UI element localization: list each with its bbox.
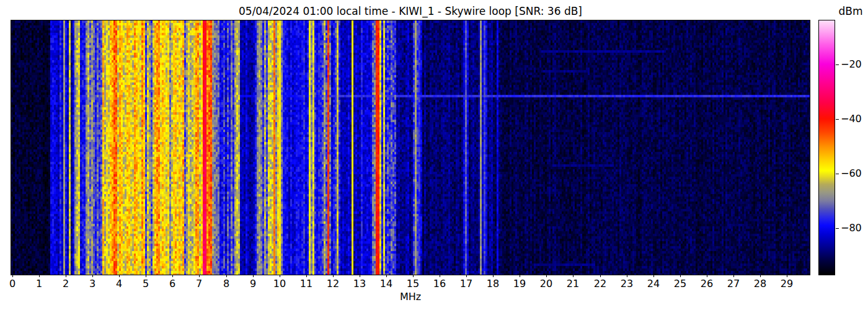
colorbar-tick-label: −20 xyxy=(841,59,868,70)
x-axis-tick-label: 5 xyxy=(132,278,159,290)
x-axis-tick xyxy=(573,275,574,277)
x-axis-tick xyxy=(360,275,360,277)
x-axis-tick-label: 29 xyxy=(773,278,800,290)
spectrogram-plot xyxy=(11,20,810,275)
x-axis-tick xyxy=(627,275,627,277)
x-axis-tick xyxy=(386,275,387,277)
spectrogram-canvas xyxy=(11,20,810,275)
colorbar xyxy=(818,20,835,275)
x-axis-tick-label: 7 xyxy=(185,278,213,290)
x-axis-tick xyxy=(680,275,681,277)
x-axis-tick xyxy=(707,275,707,277)
x-axis-tick-label: 26 xyxy=(693,278,720,290)
x-axis-tick-label: 27 xyxy=(720,278,747,290)
x-axis-tick xyxy=(413,275,414,277)
colorbar-tick xyxy=(836,64,839,65)
x-axis-tick-label: 4 xyxy=(105,278,133,290)
x-axis-tick-label: 2 xyxy=(52,278,79,290)
x-axis-tick-label: 9 xyxy=(239,278,267,290)
x-axis-tick-label: 25 xyxy=(666,278,694,290)
x-axis-tick-label: 8 xyxy=(213,278,240,290)
x-axis-tick-label: 11 xyxy=(293,278,320,290)
x-axis-label: MHz xyxy=(11,291,810,303)
x-axis-tick xyxy=(280,275,280,277)
x-axis-tick-label: 22 xyxy=(587,278,614,290)
x-axis-tick xyxy=(546,275,547,277)
x-axis-tick-label: 1 xyxy=(25,278,53,290)
x-axis-tick xyxy=(226,275,227,277)
x-axis-tick-label: 17 xyxy=(453,278,480,290)
x-axis-tick xyxy=(520,275,520,277)
x-axis-tick xyxy=(39,275,40,277)
x-axis-tick-label: 18 xyxy=(479,278,507,290)
x-axis-tick xyxy=(306,275,307,277)
x-axis-tick-label: 15 xyxy=(399,278,427,290)
colorbar-gradient xyxy=(819,20,835,275)
x-axis-tick-label: 28 xyxy=(746,278,774,290)
x-axis-tick xyxy=(466,275,467,277)
x-axis-tick xyxy=(253,275,254,277)
colorbar-unit-label: dBm xyxy=(831,5,868,17)
x-axis-tick xyxy=(600,275,601,277)
colorbar-tick xyxy=(836,174,839,174)
x-axis-tick-label: 13 xyxy=(346,278,373,290)
x-axis-tick-label: 24 xyxy=(640,278,667,290)
x-axis-tick xyxy=(92,275,93,277)
colorbar-tick xyxy=(836,228,839,229)
x-axis-tick xyxy=(146,275,146,277)
x-axis-tick xyxy=(733,275,734,277)
x-axis-tick xyxy=(12,275,13,277)
x-axis-tick xyxy=(440,275,440,277)
colorbar-tick-label: −60 xyxy=(841,168,868,179)
x-axis-tick xyxy=(653,275,654,277)
x-axis-tick-label: 16 xyxy=(426,278,453,290)
x-axis-tick xyxy=(199,275,200,277)
x-axis-tick xyxy=(333,275,334,277)
colorbar-tick-label: −80 xyxy=(841,223,868,234)
x-axis-tick-label: 19 xyxy=(506,278,533,290)
x-axis-tick-label: 12 xyxy=(319,278,347,290)
x-axis-tick-label: 20 xyxy=(533,278,560,290)
x-axis-tick-label: 14 xyxy=(373,278,400,290)
x-axis-tick-label: 6 xyxy=(159,278,186,290)
chart-title: 05/04/2024 01:00 local time - KIWI_1 - S… xyxy=(11,5,810,17)
x-axis-tick xyxy=(66,275,66,277)
x-axis-tick xyxy=(172,275,173,277)
x-axis-tick xyxy=(787,275,787,277)
x-axis-tick-label: 0 xyxy=(0,278,26,290)
colorbar-tick xyxy=(836,119,839,120)
x-axis-tick xyxy=(760,275,761,277)
x-axis-tick xyxy=(119,275,120,277)
x-axis-tick-label: 3 xyxy=(79,278,106,290)
x-axis-tick-label: 21 xyxy=(559,278,587,290)
x-axis-tick xyxy=(493,275,494,277)
colorbar-tick-label: −40 xyxy=(841,113,868,125)
spectrogram-figure: 05/04/2024 01:00 local time - KIWI_1 - S… xyxy=(0,0,868,310)
x-axis-tick-label: 23 xyxy=(613,278,640,290)
x-axis-tick-label: 10 xyxy=(266,278,293,290)
